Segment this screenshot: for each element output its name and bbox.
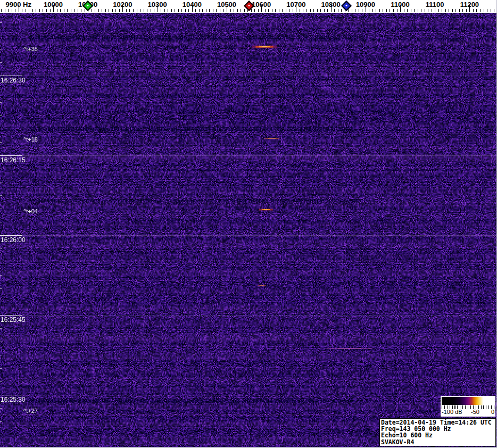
ruler-tick	[98, 9, 99, 12]
ruler-tick	[15, 9, 15, 12]
ruler-tick	[313, 9, 314, 12]
ruler-tick	[487, 9, 487, 12]
ruler-tick	[119, 9, 120, 12]
detection-time-offset: ^t+04	[23, 208, 38, 214]
ruler-tick	[338, 9, 338, 12]
ruler-tick	[57, 9, 57, 12]
info-station-id: SVAKOV-R4	[381, 439, 494, 445]
ruler-tick	[466, 9, 467, 12]
ruler-tick	[432, 9, 432, 12]
ruler-tick	[206, 9, 206, 12]
ruler-tick	[144, 9, 144, 12]
ruler-tick	[393, 9, 394, 12]
ruler-tick	[359, 9, 359, 12]
ruler-tick	[372, 9, 373, 12]
ruler-tick	[115, 9, 116, 12]
ruler-tick	[369, 9, 369, 12]
ruler-tick	[293, 9, 293, 12]
ruler-tick	[36, 9, 36, 12]
detection-time-offset: ^t+35	[23, 46, 38, 52]
time-axis-label: 16:25:30	[1, 396, 26, 403]
ruler-tick	[147, 9, 147, 12]
ruler-tick	[188, 9, 189, 12]
ruler-tick	[438, 9, 439, 12]
ruler-tick	[181, 9, 182, 12]
ruler-tick	[452, 9, 453, 12]
ruler-tick	[379, 9, 380, 12]
ruler-tick	[455, 9, 456, 12]
ruler-label: 10600	[252, 1, 271, 9]
ruler-tick	[8, 9, 9, 12]
ruler-tick	[421, 9, 421, 12]
ruler-tick	[251, 9, 252, 12]
ruler-label: 10900	[356, 1, 375, 9]
ruler-tick	[129, 9, 130, 12]
detection-annotation: 20140419142618472 hCnt28 nb-77 f10613 hi…	[28, 126, 353, 132]
spectrum-lab-window: 9900 Hz100001010010200103001040010500106…	[0, 0, 497, 448]
ruler-tick	[480, 9, 481, 12]
ruler-tick	[12, 9, 12, 12]
ruler-tick	[92, 9, 92, 12]
ruler-tick	[348, 9, 349, 12]
ruler-tick	[67, 9, 68, 12]
ruler-tick	[171, 9, 172, 12]
ruler-tick	[397, 9, 397, 12]
ruler-tick	[95, 9, 95, 12]
ruler-tick	[85, 9, 85, 12]
ruler-tick	[151, 9, 151, 12]
ruler-tick	[428, 9, 428, 12]
ruler-tick	[324, 9, 325, 12]
ruler-tick	[320, 9, 321, 12]
ruler-tick	[265, 9, 266, 12]
ruler-tick	[5, 9, 5, 12]
ruler-tick	[78, 9, 78, 12]
ruler-tick	[310, 9, 311, 12]
legend-labels: -100 dB -50 0	[442, 409, 494, 416]
ruler-tick	[442, 9, 442, 12]
ruler-tick	[449, 9, 449, 12]
ruler-tick	[254, 9, 255, 12]
ruler-tick	[407, 9, 408, 12]
ruler-tick	[355, 9, 355, 12]
ruler-tick	[459, 9, 460, 12]
ruler-tick	[473, 9, 474, 12]
ruler-tick	[178, 9, 179, 12]
ruler-tick	[491, 9, 491, 12]
ruler-label: 11100	[426, 1, 444, 9]
ruler-tick	[390, 9, 390, 12]
time-axis-label: 16:26:30	[1, 77, 26, 84]
ruler-tick	[230, 9, 231, 12]
ruler-tick	[168, 9, 168, 12]
ruler-tick	[213, 9, 213, 12]
ruler-tick	[216, 9, 217, 12]
ruler-tick	[307, 9, 307, 12]
legend-label-mid: -50	[471, 409, 479, 415]
ruler-tick	[46, 9, 47, 12]
ruler-tick	[334, 9, 335, 12]
ruler-tick	[462, 9, 463, 12]
ruler-tick	[244, 9, 245, 12]
ruler-tick	[282, 9, 283, 12]
ruler-tick	[137, 9, 137, 12]
ruler-tick	[199, 9, 200, 12]
ruler-tick	[161, 9, 161, 12]
ruler-tick	[185, 9, 186, 12]
ruler-tick	[383, 9, 383, 12]
ruler-label: 10700	[286, 1, 305, 9]
ruler-tick	[445, 9, 446, 12]
blue-marker-diamond-icon[interactable]	[341, 1, 352, 11]
ruler-label: 10800	[321, 1, 341, 9]
ruler-tick	[105, 9, 106, 12]
ruler-tick	[272, 9, 272, 12]
ruler-tick	[81, 9, 81, 12]
ruler-tick	[386, 9, 387, 12]
ruler-tick	[275, 9, 276, 12]
ruler-tick	[154, 9, 154, 12]
ruler-tick	[26, 9, 26, 12]
ruler-tick	[279, 9, 279, 12]
ruler-tick	[268, 9, 269, 12]
station-info-box: Date=2014-04-19 Time=14:26 UTC Freq=143 …	[379, 418, 496, 446]
ruler-tick	[223, 9, 224, 12]
ruler-tick	[1, 9, 2, 12]
intensity-gradient-bar	[442, 397, 494, 405]
